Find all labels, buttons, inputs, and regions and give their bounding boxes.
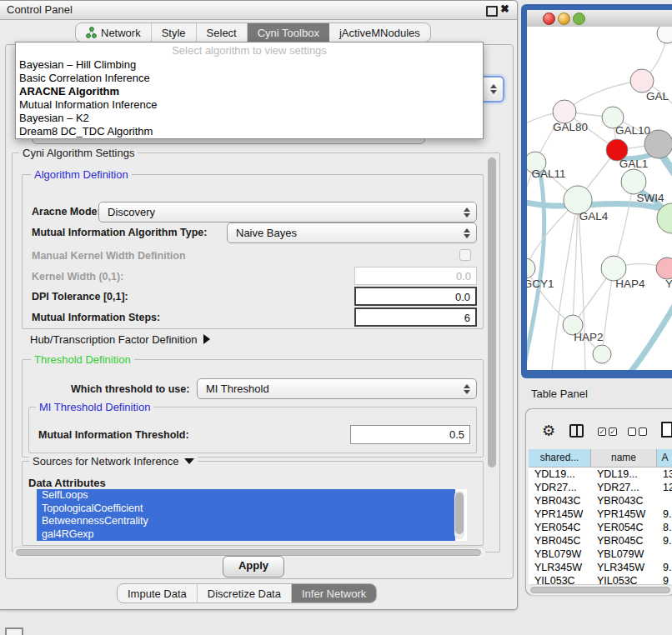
network-canvas[interactable]: GAL GAL80 GAL10 GAL1 GAL11 SWI4 GAL4 GCY… xyxy=(527,27,672,370)
algorithm-list-item[interactable]: Mutual Information Inference xyxy=(16,98,483,112)
node-label: SWI4 xyxy=(636,192,664,204)
table-row[interactable]: YDL19... YDL19... 13 xyxy=(529,468,672,481)
node-label: Y xyxy=(665,278,672,290)
tab-network[interactable]: Network xyxy=(76,23,152,42)
node-label: GCY1 xyxy=(527,278,554,290)
table-row[interactable]: YBR045C YBR045C 9. xyxy=(529,534,672,548)
table-body: YDL19... YDL19... 13 YDR27... YDR27... 1… xyxy=(529,468,672,584)
node-label: GAL1 xyxy=(619,158,649,170)
algorithm-definition-title: Algorithm Definition xyxy=(31,168,132,181)
table-row[interactable]: YLR345W YLR345W 9. xyxy=(529,561,672,574)
node-label: GAL xyxy=(646,90,669,102)
screen: { "colors": { "selection": "#3b6ed6", "l… xyxy=(0,0,672,635)
column-header-partial[interactable]: A xyxy=(657,449,672,467)
table-panel-title: Table Panel xyxy=(531,388,588,400)
algorithm-list-item[interactable]: ARACNE Algorithm xyxy=(16,85,483,98)
table-row[interactable]: YIL053C YIL053C 9 xyxy=(529,574,672,584)
tab-impute-data[interactable]: Impute Data xyxy=(118,584,198,602)
node-swi4[interactable] xyxy=(621,169,646,194)
node-y-partial[interactable] xyxy=(656,258,672,279)
table-row[interactable]: YBL079W YBL079W xyxy=(529,548,672,561)
tab-cyni-toolbox[interactable]: Cyni Toolbox xyxy=(248,23,329,42)
manual-kernel-checkbox[interactable] xyxy=(459,249,471,261)
data-attributes-list[interactable]: SelfLoops TopologicalCoefficient Between… xyxy=(37,489,467,541)
tab-style[interactable]: Style xyxy=(152,23,197,42)
select-all-columns-icon[interactable]: ✓✓ xyxy=(598,428,617,436)
node-label: HAP4 xyxy=(615,278,645,290)
data-attribute-item[interactable]: BetweennessCentrality xyxy=(37,515,455,528)
hub-definition-label: Hub/Transcription Factor Definition xyxy=(30,333,197,346)
data-attribute-item[interactable]: TopologicalCoefficient xyxy=(37,502,455,516)
node-partial-top[interactable] xyxy=(657,27,672,43)
algorithm-list-item[interactable]: Basic Correlation Inference xyxy=(16,72,483,85)
mi-threshold-label: Mutual Information Threshold: xyxy=(38,429,189,441)
threshold-definition-title: Threshold Definition xyxy=(31,353,134,366)
table-panel-window: ⚙ ✓✓ shared... name A YDL19... YDL19... … xyxy=(525,408,672,595)
zoom-traffic-light[interactable] xyxy=(573,12,585,25)
stepper-icon xyxy=(490,83,498,95)
tab-jactivemnodules[interactable]: jActiveMNodules xyxy=(329,23,430,42)
column-header-name[interactable]: name xyxy=(591,449,657,467)
table-row[interactable]: YBR043C YBR043C xyxy=(529,494,672,508)
minimized-window-icon[interactable] xyxy=(5,628,23,635)
mi-steps-label: Mutual Information Steps: xyxy=(32,312,160,323)
deselect-all-columns-icon[interactable] xyxy=(628,428,647,436)
data-attribute-item[interactable]: SelfLoops xyxy=(37,489,455,502)
mi-threshold-group-title: MI Threshold Definition xyxy=(36,401,153,413)
aracne-mode-combobox[interactable]: Discovery xyxy=(98,202,477,222)
expanded-arrow-icon xyxy=(184,458,194,464)
node-label: GAL80 xyxy=(553,121,588,133)
bottom-tabbar: Impute Data Discretize Data Infer Networ… xyxy=(117,583,377,603)
gear-icon[interactable]: ⚙ xyxy=(542,423,555,438)
hub-definition-toggle[interactable]: Hub/Transcription Factor Definition xyxy=(30,333,210,346)
close-icon[interactable]: ✖ xyxy=(500,2,509,15)
new-table-icon[interactable] xyxy=(661,422,672,438)
minimize-traffic-light[interactable] xyxy=(558,12,570,25)
tab-infer-network[interactable]: Infer Network xyxy=(292,584,376,602)
algorithm-list-item[interactable]: Dream8 DC_TDC Algorithm xyxy=(16,125,483,138)
network-view-window[interactable]: GAL GAL80 GAL10 GAL1 GAL11 SWI4 GAL4 GCY… xyxy=(521,4,672,378)
node-gcy1[interactable] xyxy=(527,258,535,278)
mi-steps-field[interactable]: 6 xyxy=(354,308,477,327)
table-hscrollbar-thumb[interactable] xyxy=(530,587,670,593)
close-traffic-light[interactable] xyxy=(543,12,555,25)
tab-select[interactable]: Select xyxy=(197,23,248,42)
control-panel-tabbar: Network Style Select Cyni Toolbox jActiv… xyxy=(75,22,431,42)
attributes-scrollbar-thumb[interactable] xyxy=(455,492,464,534)
algorithm-list-item[interactable]: Bayesian – K2 xyxy=(16,112,483,125)
node-gal-partial[interactable] xyxy=(630,69,654,92)
table-horizontal-scrollbar[interactable] xyxy=(529,584,672,595)
settings-vertical-scrollbar[interactable] xyxy=(487,154,497,549)
table-row[interactable]: YDR27... YDR27... 12 xyxy=(529,481,672,494)
control-panel-titlebar[interactable]: Control Panel ✖ xyxy=(0,1,517,20)
sources-group-title: Sources for Network Inference xyxy=(29,455,198,468)
dpi-tolerance-field[interactable]: 0.0 xyxy=(354,287,477,306)
node-gal80[interactable] xyxy=(553,100,576,123)
columns-icon[interactable] xyxy=(569,424,584,438)
algorithm-list-item[interactable]: Bayesian – Hill Climbing xyxy=(16,58,483,72)
settings-hscrollbar-thumb[interactable] xyxy=(16,549,481,556)
network-window-titlebar[interactable] xyxy=(527,10,672,28)
kernel-width-label: Kernel Width (0,1): xyxy=(32,271,123,282)
table-row[interactable]: YPR145W YPR145W 9. xyxy=(529,508,672,521)
table-row[interactable]: YER054C YER054C 8. xyxy=(529,521,672,534)
float-window-icon[interactable] xyxy=(486,6,498,17)
apply-button[interactable]: Apply xyxy=(223,556,284,578)
node-partial-bottom[interactable] xyxy=(593,345,611,363)
attributes-vertical-scrollbar[interactable] xyxy=(454,491,464,539)
network-icon xyxy=(86,27,97,38)
aracne-mode-value: Discovery xyxy=(108,206,155,218)
algorithm-dropdown-popup: Select algorithm to view settings Bayesi… xyxy=(15,42,484,139)
mi-threshold-field[interactable]: 0.5 xyxy=(350,425,470,444)
node-table: shared... name A YDL19... YDL19... 13 YD… xyxy=(529,449,672,584)
which-threshold-combobox[interactable]: MI Threshold xyxy=(197,378,477,399)
collapsed-arrow-icon xyxy=(203,334,210,344)
kernel-width-field[interactable]: 0.0 xyxy=(354,267,477,285)
tab-discretize-data[interactable]: Discretize Data xyxy=(198,584,292,602)
aracne-mode-label: Aracne Mode: xyxy=(32,206,101,218)
data-attribute-item[interactable]: gal4RGexp xyxy=(37,528,455,542)
settings-scrollbar-thumb[interactable] xyxy=(488,158,496,468)
settings-group-title: Cyni Algorithm Settings xyxy=(19,147,138,159)
mi-type-combobox[interactable]: Naive Bayes xyxy=(227,222,477,243)
column-header-shared-name[interactable]: shared... xyxy=(529,449,591,467)
